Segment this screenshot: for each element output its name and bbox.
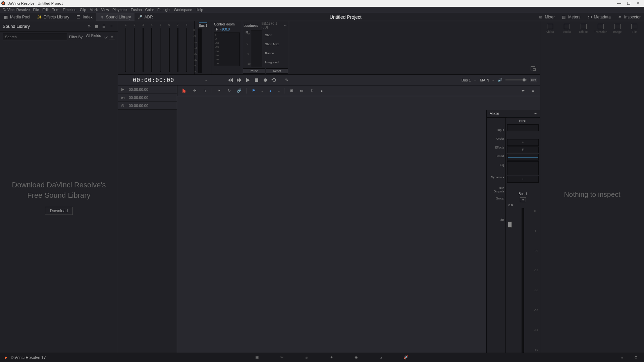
- mixer-options-icon[interactable]: ⋯: [534, 112, 537, 116]
- menu-edit[interactable]: Edit: [42, 8, 49, 12]
- inspector-tab-video[interactable]: Video: [543, 24, 557, 34]
- play-button[interactable]: [245, 77, 251, 83]
- menu-resolve[interactable]: DaVinci Resolve: [3, 8, 30, 12]
- list-view-icon[interactable]: ☰: [100, 22, 108, 30]
- volume-slider[interactable]: [505, 79, 527, 80]
- grid-view-icon[interactable]: ▦: [93, 22, 100, 30]
- reset-button[interactable]: Reset: [266, 68, 288, 74]
- fast-forward-button[interactable]: [236, 77, 242, 83]
- timeline-view-tool[interactable]: ⬌: [520, 88, 526, 94]
- menu-color[interactable]: Color: [145, 8, 154, 12]
- filter-options-icon[interactable]: ≡: [109, 34, 115, 40]
- group-slot[interactable]: [507, 183, 539, 190]
- menu-playback[interactable]: Playback: [112, 8, 127, 12]
- expand-viewer-icon[interactable]: [531, 66, 535, 70]
- mixer-toggle[interactable]: ⎚Mixer: [535, 13, 558, 21]
- menu-view[interactable]: View: [101, 8, 109, 12]
- metadata-toggle[interactable]: 🏷Metadata: [584, 13, 614, 21]
- adr-toggle[interactable]: 🎤ADR: [135, 13, 156, 21]
- speaker-icon[interactable]: 🔊: [497, 77, 503, 83]
- settings-button[interactable]: ⚙: [631, 353, 641, 362]
- pause-button[interactable]: Pause: [243, 68, 265, 74]
- automation-button[interactable]: ✎: [284, 77, 289, 83]
- timeline-canvas[interactable]: [177, 110, 486, 353]
- inspector-tab-file[interactable]: File: [627, 24, 641, 34]
- menu-trim[interactable]: Trim: [52, 8, 59, 12]
- effects-library-toggle[interactable]: ✨Effects Library: [34, 13, 72, 21]
- page-fusion[interactable]: ✦: [327, 353, 336, 362]
- media-pool-toggle[interactable]: ▦Media Pool: [0, 13, 34, 21]
- menu-fairlight[interactable]: Fairlight: [157, 8, 170, 12]
- eq-slot[interactable]: [507, 154, 539, 161]
- index-toggle[interactable]: ☰Index: [73, 13, 96, 21]
- inspector-tab-audio[interactable]: Audio: [560, 24, 574, 34]
- options-icon[interactable]: ⋯: [284, 24, 287, 27]
- inspector-toggle[interactable]: ✶Inspector: [614, 13, 644, 21]
- page-media[interactable]: ▦: [252, 353, 262, 362]
- link-tool[interactable]: 🔗: [236, 88, 242, 94]
- fader-knob[interactable]: [508, 222, 512, 228]
- razor-tool[interactable]: ✂: [216, 88, 222, 94]
- menu-fusion[interactable]: Fusion: [131, 8, 142, 12]
- track-headers[interactable]: [118, 110, 177, 353]
- resolve-logo-icon: [3, 355, 8, 360]
- marker-tool[interactable]: ⎍: [202, 88, 208, 94]
- inspector-tab-transition[interactable]: Transition: [594, 24, 608, 34]
- page-color[interactable]: ◉: [352, 353, 361, 362]
- filter-field-select[interactable]: All Fields: [85, 34, 106, 40]
- meters-toggle[interactable]: ▥Meters: [558, 13, 584, 21]
- zoom-slider-dot[interactable]: ●: [530, 88, 536, 94]
- menu-workspace[interactable]: Workspace: [174, 8, 192, 12]
- flag-dropdown[interactable]: ⌄: [261, 88, 263, 94]
- timeline-area[interactable]: Mixer ⋯ Input Order Effects Insert EQ Dy…: [118, 110, 540, 353]
- pointer-tool[interactable]: [181, 88, 187, 94]
- menu-mark[interactable]: Mark: [90, 8, 98, 12]
- effects-slot[interactable]: +: [507, 139, 539, 146]
- trim-tool[interactable]: ↻: [226, 88, 232, 94]
- grid-tool[interactable]: ▭: [299, 88, 305, 94]
- search-input[interactable]: [3, 34, 67, 40]
- sort-icon[interactable]: ⇅: [86, 22, 93, 30]
- home-button[interactable]: ⌂: [617, 353, 627, 362]
- download-button[interactable]: Download: [45, 207, 73, 215]
- page-fairlight[interactable]: ♪: [376, 353, 386, 362]
- snap-tool[interactable]: ⊞: [288, 88, 294, 94]
- inspector-tab-effects[interactable]: Effects: [577, 24, 591, 34]
- sound-library-toggle[interactable]: ♫Sound Library: [96, 13, 135, 21]
- scroll-tool[interactable]: ⇳: [309, 88, 315, 94]
- bus-outputs-slot[interactable]: +: [507, 176, 539, 183]
- page-edit[interactable]: ⎚: [302, 353, 311, 362]
- monitor-bus-select[interactable]: Bus 1: [462, 78, 471, 82]
- monitor-main-select[interactable]: MAIN: [480, 78, 489, 82]
- flag-tool[interactable]: ⚑: [251, 88, 257, 94]
- menu-timeline[interactable]: Timeline: [63, 8, 76, 12]
- page-cut[interactable]: ✄: [277, 353, 286, 362]
- mute-button[interactable]: M: [520, 197, 526, 202]
- dynamics-slot[interactable]: [507, 161, 539, 175]
- zoom-dot[interactable]: ●: [319, 88, 325, 94]
- menu-help[interactable]: Help: [196, 8, 203, 12]
- marker-add-tool[interactable]: ●: [267, 88, 273, 94]
- marker-dropdown[interactable]: ⌄: [277, 88, 280, 94]
- dim-button[interactable]: DIM: [530, 78, 537, 82]
- input-slot[interactable]: [507, 124, 539, 131]
- page-deliver[interactable]: 🚀: [401, 353, 411, 362]
- window-close[interactable]: ✕: [633, 0, 643, 6]
- insert-slot[interactable]: ⎘: [507, 146, 539, 153]
- chevron-down-icon[interactable]: ⌄: [492, 78, 495, 82]
- window-minimize[interactable]: —: [614, 0, 624, 6]
- options-icon[interactable]: ⋯: [108, 22, 115, 30]
- timecode-main[interactable]: 00:00:00:00: [133, 77, 174, 83]
- window-maximize[interactable]: ☐: [624, 0, 633, 6]
- inspector-tab-image[interactable]: Image: [610, 24, 625, 34]
- menu-clip[interactable]: Clip: [80, 8, 86, 12]
- record-button[interactable]: [263, 77, 268, 83]
- fader[interactable]: 0-5-10-15 -20-30-40-50: [507, 208, 539, 353]
- range-tool[interactable]: ✛: [192, 88, 198, 94]
- menu-file[interactable]: File: [33, 8, 39, 12]
- stop-button[interactable]: [254, 77, 259, 83]
- loop-button[interactable]: [271, 77, 277, 83]
- order-slot[interactable]: [507, 132, 539, 138]
- timecode-dropdown-icon[interactable]: ⌄: [205, 78, 208, 82]
- rewind-button[interactable]: [228, 77, 233, 83]
